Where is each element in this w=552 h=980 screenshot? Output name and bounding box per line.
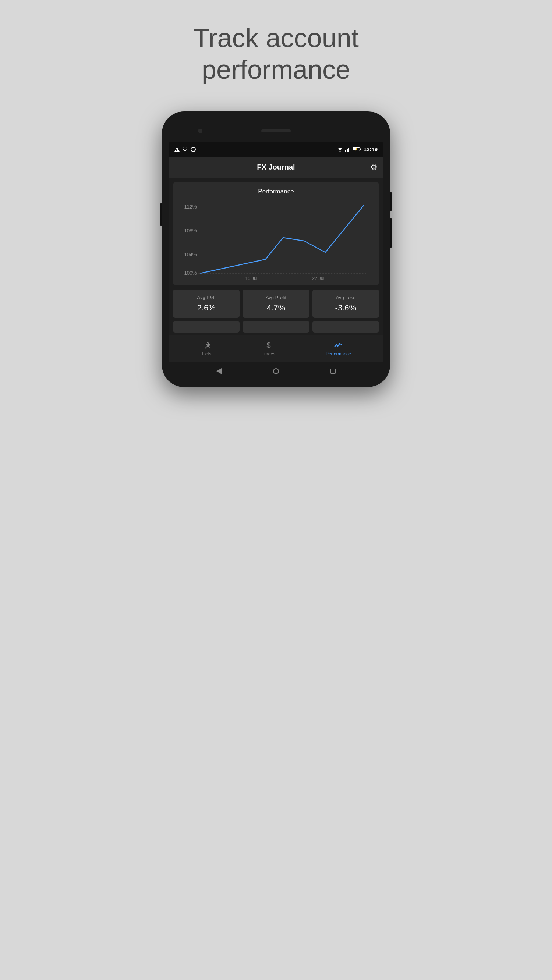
recent-button[interactable] (330, 369, 336, 374)
svg-text:15 Jul: 15 Jul (245, 275, 257, 281)
chart-title: Performance (177, 188, 375, 195)
svg-rect-1 (347, 149, 348, 151)
circle-icon (191, 147, 196, 152)
signal-icon (345, 147, 350, 151)
stat-avg-loss: Avg Loss -3.6% (313, 290, 379, 318)
bottom-nav: Tools $ Trades Performance (169, 336, 383, 362)
app-title: FX Journal (257, 163, 295, 172)
svg-rect-3 (349, 147, 350, 151)
svg-text:100%: 100% (184, 270, 196, 276)
stat-avg-profit-label: Avg Profit (246, 295, 306, 300)
battery-icon: ⚡ (353, 147, 360, 151)
stat-avg-profit: Avg Profit 4.7% (242, 290, 309, 318)
side-button-left (160, 204, 162, 226)
phone-top-bar (169, 122, 383, 140)
nav-item-tools[interactable]: Tools (201, 341, 211, 356)
wrench-icon (202, 341, 211, 350)
settings-button[interactable]: ⚙ (370, 162, 378, 172)
shield-icon: 🛡 (182, 146, 188, 152)
chart-svg: 112% 108% 104% 100% 15 Jul 22 Jul (177, 200, 375, 281)
warning-icon (174, 147, 180, 151)
nav-item-performance[interactable]: Performance (326, 341, 351, 356)
stat-avg-pl-value: 2.6% (176, 303, 237, 313)
home-button[interactable] (273, 368, 279, 374)
chart-area: 112% 108% 104% 100% 15 Jul 22 Jul (177, 200, 375, 281)
stat-partial-1 (173, 321, 239, 332)
stat-avg-pl-label: Avg P&L (176, 295, 237, 300)
status-icons-right: ⚡ 12:49 (337, 146, 378, 152)
status-icons-left: 🛡 (174, 146, 196, 152)
svg-text:112%: 112% (184, 204, 196, 210)
svg-text:$: $ (266, 341, 270, 349)
svg-text:108%: 108% (184, 228, 196, 234)
svg-text:104%: 104% (184, 252, 196, 258)
back-button[interactable] (216, 368, 222, 374)
wifi-icon (337, 147, 343, 151)
side-button-volume (390, 218, 392, 248)
stat-partial-2 (242, 321, 309, 332)
camera-lens (198, 129, 203, 133)
side-button-power (390, 192, 392, 211)
phone-shell: 🛡 (162, 111, 390, 387)
stat-avg-pl: Avg P&L 2.6% (173, 290, 239, 318)
page-wrapper: Track account performance 🛡 (0, 22, 552, 387)
nav-trades-label: Trades (262, 351, 275, 356)
status-bar: 🛡 (169, 142, 383, 157)
chart-line-icon (334, 341, 343, 350)
nav-performance-label: Performance (326, 351, 351, 356)
dollar-icon: $ (264, 341, 273, 350)
headline: Track account performance (193, 22, 359, 86)
svg-rect-0 (345, 150, 346, 151)
stats-grid: Avg P&L 2.6% Avg Profit 4.7% Avg Loss -3… (173, 290, 379, 318)
svg-text:22 Jul: 22 Jul (312, 275, 324, 281)
stat-avg-loss-value: -3.6% (315, 303, 376, 313)
svg-rect-2 (348, 148, 349, 151)
stat-partial-3 (313, 321, 379, 332)
app-header: FX Journal ⚙ (169, 157, 383, 178)
stat-avg-loss-label: Avg Loss (315, 295, 376, 300)
status-time: 12:49 (364, 146, 378, 152)
stats-grid-bottom (173, 321, 379, 332)
phone-screen: 🛡 (169, 142, 383, 380)
performance-chart-container: Performance 112% 108% (173, 182, 379, 285)
speaker (261, 129, 291, 132)
nav-tools-label: Tools (201, 351, 211, 356)
android-nav (169, 362, 383, 380)
stat-avg-profit-value: 4.7% (246, 303, 306, 313)
nav-item-trades[interactable]: $ Trades (262, 341, 275, 356)
